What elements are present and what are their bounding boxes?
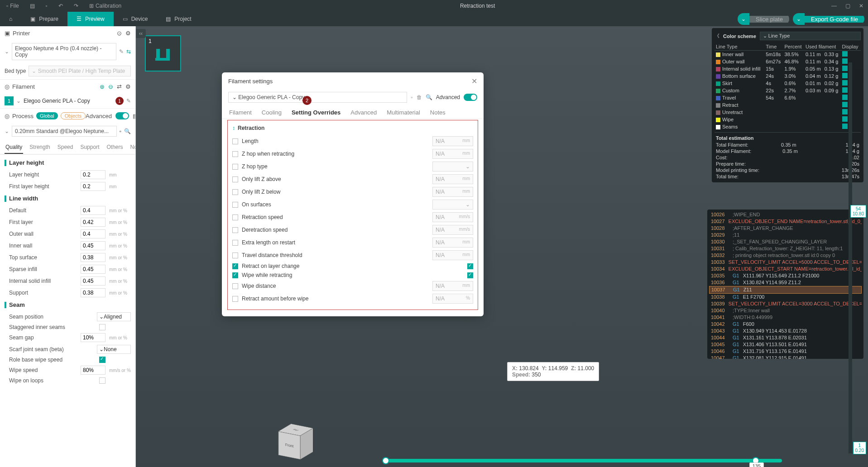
gcode-line[interactable]: 10028;AFTER_LAYER_CHANGE [709, 225, 862, 232]
gcode-line[interactable]: 10041;WIDTH:0.449999 [709, 314, 862, 321]
tab-notes[interactable]: Notes [129, 141, 136, 154]
gcode-line[interactable]: 10045G1 X131.406 Y113.501 E.01491 [709, 341, 862, 348]
override-enable-checkbox[interactable] [232, 272, 238, 278]
default-lw-input[interactable] [81, 206, 106, 215]
profile-select[interactable]: 0.20mm Standard @Elegoo Neptune... [12, 126, 117, 137]
gcode-panel[interactable]: 10026;WIPE_END10027EXCLUDE_OBJECT_END NA… [707, 210, 863, 359]
display-toggle[interactable] [842, 116, 848, 122]
gcode-line[interactable]: 10027EXCLUDE_OBJECT_END NAME=retraction_… [709, 218, 862, 225]
export-dropdown-arrow[interactable]: ⌄ [793, 13, 805, 25]
first-layer-height-input[interactable] [81, 182, 106, 191]
override-enable-checkbox[interactable] [232, 240, 238, 246]
tab-prepare[interactable]: ▣Prepare [21, 12, 67, 26]
override-input[interactable]: N/Amm [432, 149, 473, 159]
vertical-slider[interactable] [849, 62, 852, 453]
cube-front-face[interactable]: Front [278, 431, 300, 459]
collapse-panel-icon[interactable]: 《 [715, 33, 719, 39]
printer-select[interactable]: Elegoo Neptune 4 Pro (0.4 nozzle) - Copy [12, 43, 116, 60]
gcode-line[interactable]: 10031; Calib_Retraction_tower: Z_HEIGHT:… [709, 245, 862, 252]
seam-gap-input[interactable] [81, 333, 106, 342]
display-toggle[interactable] [842, 102, 848, 107]
tab-home[interactable]: ⌂ [0, 12, 21, 26]
wipe-speed-input[interactable] [81, 366, 106, 375]
display-toggle[interactable] [842, 73, 848, 78]
add-filament-icon[interactable]: ⊕ [100, 83, 105, 90]
dialog-tab-cooling[interactable]: Cooling [261, 106, 283, 119]
display-toggle[interactable] [842, 87, 848, 93]
display-toggle[interactable] [842, 66, 848, 71]
objects-badge[interactable]: Objects [61, 112, 86, 119]
save-preset-icon[interactable]: ▫ [411, 94, 412, 100]
override-value-checkbox[interactable] [467, 263, 473, 269]
gcode-line[interactable]: 10033SET_VELOCITY_LIMIT ACCEL=5000 ACCEL… [709, 259, 862, 266]
settings-body[interactable]: Layer height Layer heightmm First layer … [0, 155, 135, 467]
override-enable-checkbox[interactable] [232, 176, 238, 182]
global-badge[interactable]: Global [36, 112, 58, 119]
override-input[interactable]: N/Amm [432, 238, 473, 248]
filament-item[interactable]: 1 ⌄ Elegoo Generic PLA - Copy 1 ✎ [0, 94, 135, 108]
outer-wall-lw-input[interactable] [81, 229, 106, 238]
display-toggle[interactable] [842, 58, 848, 64]
scarf-select[interactable]: ⌄ None [97, 345, 131, 354]
gcode-line[interactable]: 10044G1 X131.161 Y113.878 E.02031 [709, 334, 862, 341]
slider-handle-left[interactable] [382, 457, 389, 464]
override-enable-checkbox[interactable] [232, 263, 238, 269]
wipe-loops-checkbox[interactable] [99, 377, 106, 384]
gcode-line[interactable]: 10034EXCLUDE_OBJECT_START NAME=retractio… [709, 266, 862, 272]
layer-height-input[interactable] [81, 170, 106, 179]
calibration-menu[interactable]: ⊞ Calibration [86, 1, 124, 10]
dialog-tab-advanced[interactable]: Advanced [350, 106, 378, 119]
wifi-icon[interactable]: ⊙ [117, 30, 122, 37]
close-button[interactable]: ✕ [858, 3, 864, 9]
dropdown-chevron-icon[interactable]: ⌄ [5, 48, 9, 55]
gcode-line[interactable]: 10046G1 X131.716 Y113.176 E.01491 [709, 348, 862, 355]
edit-filament-icon[interactable]: ✎ [126, 98, 131, 104]
override-input[interactable]: N/A% [432, 294, 473, 304]
dialog-advanced-toggle[interactable] [464, 94, 477, 101]
file-menu[interactable]: ▫ File [4, 1, 22, 10]
dialog-tab-setting-overrides[interactable]: Setting Overrides [291, 106, 341, 119]
first-layer-lw-input[interactable] [81, 218, 106, 227]
tab-speed[interactable]: Speed [57, 141, 74, 154]
override-input[interactable]: N/Amm [432, 281, 473, 291]
override-enable-checkbox[interactable] [232, 296, 238, 302]
override-input[interactable]: N/Amm [432, 250, 473, 260]
slice-dropdown-arrow[interactable]: ⌄ [738, 13, 749, 25]
remove-filament-icon[interactable]: ⊖ [108, 83, 113, 90]
delete-preset-icon[interactable]: 🗑 [417, 94, 422, 100]
edit-printer-icon[interactable]: ✎ [119, 48, 124, 55]
tab-strength[interactable]: Strength [29, 141, 51, 154]
staggered-checkbox[interactable] [99, 324, 106, 330]
role-wipe-checkbox[interactable] [99, 357, 106, 363]
override-enable-checkbox[interactable] [232, 151, 238, 157]
override-dropdown[interactable] [432, 200, 473, 210]
gear-icon[interactable]: ⚙ [125, 30, 131, 37]
override-enable-checkbox[interactable] [232, 138, 238, 144]
plate-thumbnail[interactable]: 1 [145, 35, 181, 71]
override-enable-checkbox[interactable] [232, 164, 238, 170]
tab-quality[interactable]: Quality [5, 141, 23, 154]
inner-wall-lw-input[interactable] [81, 241, 106, 250]
compare-icon[interactable]: ▤ [133, 113, 136, 119]
tab-others[interactable]: Others [106, 141, 124, 154]
gcode-line[interactable]: 10037G1 Z11 [709, 286, 862, 294]
bed-type-select[interactable]: ⌄ Smooth PEI Plate / High Temp Plate [29, 66, 131, 76]
horizontal-slider[interactable]: 135 [385, 459, 782, 462]
override-enable-checkbox[interactable] [232, 283, 238, 289]
tab-device[interactable]: ▭Device [114, 12, 157, 26]
dialog-tab-filament[interactable]: Filament [228, 106, 253, 119]
override-value-checkbox[interactable] [467, 272, 473, 278]
gcode-line[interactable]: 10038G1 E1 F2700 [709, 294, 862, 300]
sync-filament-icon[interactable]: ⇄ [117, 83, 122, 90]
tab-project[interactable]: ▤Project [157, 12, 200, 26]
tab-preview[interactable]: ☰Preview [67, 12, 114, 26]
top-surface-lw-input[interactable] [81, 253, 106, 262]
collapse-sidebar-button[interactable]: ‹‹ [136, 29, 146, 38]
override-enable-checkbox[interactable] [232, 227, 238, 233]
override-input[interactable]: N/Amm/s [432, 225, 473, 235]
undo-icon[interactable]: ↶ [56, 1, 66, 10]
slice-plate-button[interactable]: ⌄ Slice plate [738, 13, 789, 25]
seam-position-select[interactable]: ⌄ Aligned [97, 312, 131, 321]
save-as-icon[interactable]: ▫ [43, 1, 50, 10]
internal-solid-lw-input[interactable] [81, 276, 106, 286]
